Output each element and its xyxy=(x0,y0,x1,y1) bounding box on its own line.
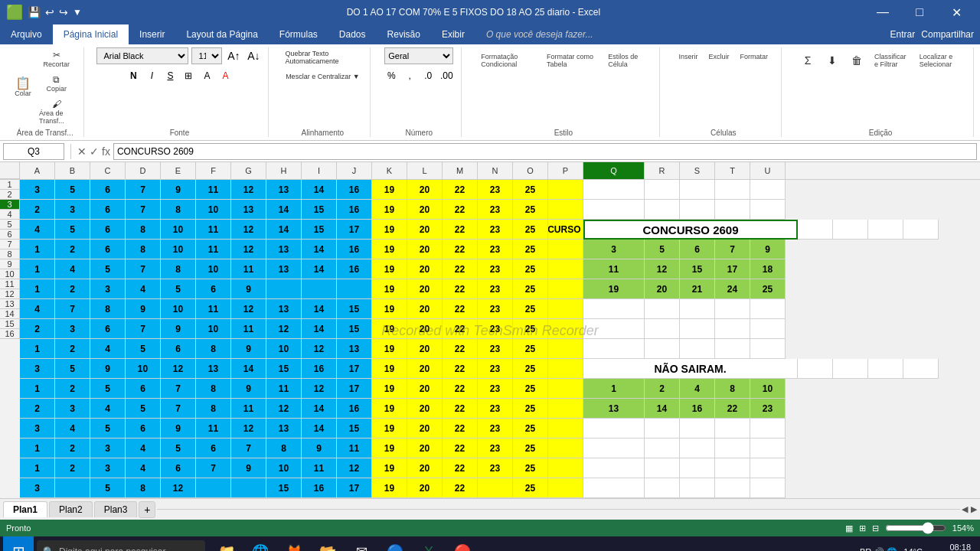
cell-M12[interactable]: 22 xyxy=(443,399,478,419)
maximize-button[interactable]: □ xyxy=(902,0,937,24)
cell-K8[interactable]: 19 xyxy=(372,319,407,339)
cell-C16[interactable]: 5 xyxy=(90,478,126,498)
cell-H13[interactable]: 13 xyxy=(266,419,302,439)
cell-A12[interactable]: 2 xyxy=(20,399,55,419)
cell-H1[interactable]: 13 xyxy=(266,180,302,200)
cell-L6[interactable]: 20 xyxy=(407,279,443,299)
col-header-A[interactable]: A xyxy=(20,162,55,179)
cell-Q7[interactable] xyxy=(583,299,645,319)
cell-B16[interactable] xyxy=(55,478,90,498)
col-header-C[interactable]: C xyxy=(90,162,126,179)
cell-N6[interactable]: 23 xyxy=(478,279,513,299)
cell-U13[interactable] xyxy=(750,419,786,439)
cell-C8[interactable]: 6 xyxy=(90,319,126,339)
row-header-14[interactable]: 14 xyxy=(0,309,20,319)
cell-F1[interactable]: 11 xyxy=(196,180,231,200)
font-size-select[interactable]: 11 xyxy=(191,47,222,64)
cell-G2[interactable]: 13 xyxy=(231,200,266,220)
cell-P3[interactable]: CONCURSO 2609 xyxy=(548,220,583,240)
cell-C12[interactable]: 4 xyxy=(90,399,126,419)
cell-E1[interactable]: 9 xyxy=(161,180,196,200)
comma-button[interactable]: , xyxy=(401,67,418,84)
cell-Q10[interactable]: NÃO SAIRAM. xyxy=(583,359,798,379)
cell-A7[interactable]: 4 xyxy=(20,299,55,319)
cell-B14[interactable]: 2 xyxy=(55,439,90,458)
fill-button[interactable]: ⬇ xyxy=(822,51,843,70)
cell-R15[interactable] xyxy=(645,458,680,478)
cell-A13[interactable]: 3 xyxy=(20,419,55,439)
cell-A16[interactable]: 3 xyxy=(20,478,55,498)
cell-N8[interactable]: 23 xyxy=(478,319,513,339)
cell-L7[interactable]: 20 xyxy=(407,299,443,319)
cell-J16[interactable]: 17 xyxy=(337,478,372,498)
save-icon[interactable]: 💾 xyxy=(28,6,41,18)
cell-T15[interactable] xyxy=(715,458,750,478)
cell-N11[interactable]: 23 xyxy=(478,379,513,399)
cell-H6[interactable] xyxy=(266,279,302,299)
cell-A5[interactable]: 1 xyxy=(20,259,55,279)
cell-L16[interactable]: 20 xyxy=(407,478,443,498)
taskbar-app-mail[interactable]: ✉ xyxy=(346,536,377,551)
cell-J7[interactable]: 15 xyxy=(337,299,372,319)
cell-E6[interactable]: 5 xyxy=(161,279,196,299)
cell-J13[interactable]: 15 xyxy=(337,419,372,439)
minimize-button[interactable]: — xyxy=(865,0,900,24)
cell-B3[interactable]: 5 xyxy=(55,220,90,240)
cell-Q3[interactable]: CONCURSO 2609 xyxy=(583,220,798,240)
cell-R10[interactable] xyxy=(798,359,833,379)
cell-I11[interactable]: 12 xyxy=(302,379,337,399)
cell-E11[interactable]: 7 xyxy=(161,379,196,399)
cell-Q8[interactable] xyxy=(583,319,645,339)
cell-S11[interactable]: 4 xyxy=(680,379,715,399)
col-header-U[interactable]: U xyxy=(750,162,786,179)
taskbar-app-files[interactable]: 📁 xyxy=(211,536,242,551)
cell-E9[interactable]: 6 xyxy=(161,339,196,359)
formula-input[interactable]: CONCURSO 2609 xyxy=(113,143,977,160)
cell-Q14[interactable] xyxy=(583,439,645,458)
cell-D11[interactable]: 6 xyxy=(126,379,161,399)
cell-K4[interactable]: 19 xyxy=(372,240,407,259)
italic-button[interactable]: I xyxy=(143,67,160,84)
cell-B1[interactable]: 5 xyxy=(55,180,90,200)
cell-A11[interactable]: 1 xyxy=(20,379,55,399)
cell-C11[interactable]: 5 xyxy=(90,379,126,399)
cell-D1[interactable]: 7 xyxy=(126,180,161,200)
percent-button[interactable]: % xyxy=(383,67,400,84)
cell-U1[interactable] xyxy=(750,180,786,200)
cell-P8[interactable] xyxy=(548,319,583,339)
cell-F7[interactable]: 11 xyxy=(196,299,231,319)
cell-J4[interactable]: 16 xyxy=(337,240,372,259)
cell-K14[interactable]: 19 xyxy=(372,439,407,458)
cell-H2[interactable]: 14 xyxy=(266,200,302,220)
cell-B11[interactable]: 2 xyxy=(55,379,90,399)
cell-T9[interactable] xyxy=(715,339,750,359)
cell-J15[interactable]: 12 xyxy=(337,458,372,478)
cell-M15[interactable]: 22 xyxy=(443,458,478,478)
row-header-2[interactable]: 2 xyxy=(0,190,20,200)
col-header-O[interactable]: O xyxy=(513,162,548,179)
cell-C2[interactable]: 6 xyxy=(90,200,126,220)
cell-G8[interactable]: 11 xyxy=(231,319,266,339)
cell-C3[interactable]: 6 xyxy=(90,220,126,240)
cell-E4[interactable]: 10 xyxy=(161,240,196,259)
taskbar-app-folder[interactable]: 📂 xyxy=(312,536,343,551)
cell-H15[interactable]: 10 xyxy=(266,458,302,478)
cell-U14[interactable] xyxy=(750,439,786,458)
tab-dados[interactable]: Dados xyxy=(328,24,377,44)
cell-B2[interactable]: 3 xyxy=(55,200,90,220)
tab-inserir[interactable]: Inserir xyxy=(129,24,175,44)
entrar-button[interactable]: Entrar xyxy=(890,29,916,40)
cell-U9[interactable] xyxy=(750,339,786,359)
cell-F16[interactable] xyxy=(196,478,231,498)
cell-J3[interactable]: 17 xyxy=(337,220,372,240)
cell-U7[interactable] xyxy=(750,299,786,319)
increase-font-button[interactable]: A↑ xyxy=(225,47,242,64)
cell-N3[interactable]: 23 xyxy=(478,220,513,240)
cell-A14[interactable]: 1 xyxy=(20,439,55,458)
cell-Q15[interactable] xyxy=(583,458,645,478)
cell-M3[interactable]: 22 xyxy=(443,220,478,240)
cell-C15[interactable]: 3 xyxy=(90,458,126,478)
cell-B4[interactable]: 2 xyxy=(55,240,90,259)
cell-G9[interactable]: 9 xyxy=(231,339,266,359)
cell-H14[interactable]: 8 xyxy=(266,439,302,458)
